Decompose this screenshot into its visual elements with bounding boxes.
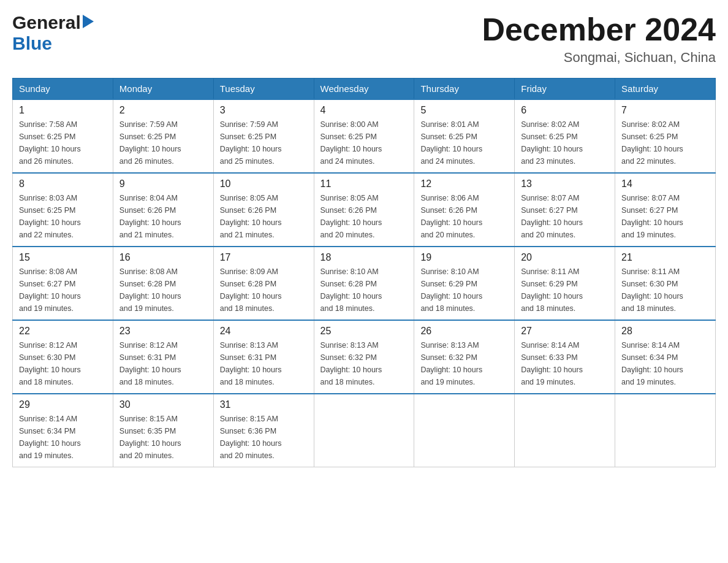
day-info: Sunrise: 8:02 AM Sunset: 6:25 PM Dayligh…	[621, 118, 709, 167]
day-info: Sunrise: 8:04 AM Sunset: 6:26 PM Dayligh…	[119, 192, 207, 241]
day-number: 28	[621, 326, 709, 337]
calendar-cell: 17 Sunrise: 8:09 AM Sunset: 6:28 PM Dayl…	[213, 247, 314, 320]
day-info: Sunrise: 8:03 AM Sunset: 6:25 PM Dayligh…	[19, 192, 107, 241]
calendar-cell: 10 Sunrise: 8:05 AM Sunset: 6:26 PM Dayl…	[213, 173, 314, 247]
calendar-cell: 30 Sunrise: 8:15 AM Sunset: 6:35 PM Dayl…	[113, 394, 213, 467]
calendar-cell: 9 Sunrise: 8:04 AM Sunset: 6:26 PM Dayli…	[113, 173, 213, 247]
day-number: 19	[420, 252, 508, 263]
day-number: 13	[521, 178, 609, 190]
day-number: 24	[220, 326, 308, 337]
calendar-cell: 26 Sunrise: 8:13 AM Sunset: 6:32 PM Dayl…	[414, 320, 515, 394]
day-number: 11	[320, 178, 408, 190]
day-number: 9	[119, 178, 207, 190]
header-day-saturday: Saturday	[615, 79, 716, 100]
calendar-cell: 13 Sunrise: 8:07 AM Sunset: 6:27 PM Dayl…	[515, 173, 615, 247]
header-day-monday: Monday	[113, 79, 213, 100]
day-number: 18	[320, 252, 408, 263]
day-info: Sunrise: 8:08 AM Sunset: 6:28 PM Dayligh…	[119, 266, 207, 315]
day-number: 12	[420, 178, 508, 190]
day-info: Sunrise: 8:13 AM Sunset: 6:32 PM Dayligh…	[420, 339, 508, 388]
header-day-tuesday: Tuesday	[213, 79, 314, 100]
week-row-5: 29 Sunrise: 8:14 AM Sunset: 6:34 PM Dayl…	[13, 394, 716, 467]
day-info: Sunrise: 8:05 AM Sunset: 6:26 PM Dayligh…	[320, 192, 408, 241]
day-info: Sunrise: 8:13 AM Sunset: 6:31 PM Dayligh…	[220, 339, 308, 388]
day-info: Sunrise: 8:15 AM Sunset: 6:36 PM Dayligh…	[220, 413, 308, 462]
day-number: 8	[19, 178, 107, 190]
day-info: Sunrise: 8:14 AM Sunset: 6:34 PM Dayligh…	[621, 339, 709, 388]
day-info: Sunrise: 8:09 AM Sunset: 6:28 PM Dayligh…	[220, 266, 308, 315]
calendar-cell: 15 Sunrise: 8:08 AM Sunset: 6:27 PM Dayl…	[13, 247, 113, 320]
calendar-cell: 25 Sunrise: 8:13 AM Sunset: 6:32 PM Dayl…	[314, 320, 414, 394]
day-number: 29	[19, 399, 107, 410]
day-number: 5	[420, 105, 508, 116]
day-number: 22	[19, 326, 107, 337]
svg-marker-0	[83, 15, 94, 28]
day-number: 10	[220, 178, 308, 190]
day-info: Sunrise: 8:13 AM Sunset: 6:32 PM Dayligh…	[320, 339, 408, 388]
week-row-2: 8 Sunrise: 8:03 AM Sunset: 6:25 PM Dayli…	[13, 173, 716, 247]
calendar-cell: 23 Sunrise: 8:12 AM Sunset: 6:31 PM Dayl…	[113, 320, 213, 394]
calendar-cell: 5 Sunrise: 8:01 AM Sunset: 6:25 PM Dayli…	[414, 99, 515, 173]
calendar-cell: 18 Sunrise: 8:10 AM Sunset: 6:28 PM Dayl…	[314, 247, 414, 320]
day-info: Sunrise: 7:58 AM Sunset: 6:25 PM Dayligh…	[19, 118, 107, 167]
calendar-cell: 4 Sunrise: 8:00 AM Sunset: 6:25 PM Dayli…	[314, 99, 414, 173]
day-number: 20	[521, 252, 609, 263]
day-number: 4	[320, 105, 408, 116]
day-info: Sunrise: 8:02 AM Sunset: 6:25 PM Dayligh…	[521, 118, 609, 167]
day-number: 25	[320, 326, 408, 337]
calendar-cell: 7 Sunrise: 8:02 AM Sunset: 6:25 PM Dayli…	[615, 99, 716, 173]
day-info: Sunrise: 8:10 AM Sunset: 6:29 PM Dayligh…	[420, 266, 508, 315]
day-number: 1	[19, 105, 107, 116]
calendar-body: 1 Sunrise: 7:58 AM Sunset: 6:25 PM Dayli…	[13, 99, 716, 467]
logo: General Blue	[12, 12, 94, 54]
day-info: Sunrise: 8:05 AM Sunset: 6:26 PM Dayligh…	[220, 192, 308, 241]
day-info: Sunrise: 8:08 AM Sunset: 6:27 PM Dayligh…	[19, 266, 107, 315]
calendar-cell: 22 Sunrise: 8:12 AM Sunset: 6:30 PM Dayl…	[13, 320, 113, 394]
header-day-sunday: Sunday	[13, 79, 113, 100]
title-section: December 2024 Songmai, Sichuan, China	[482, 12, 716, 66]
calendar-cell	[615, 394, 716, 467]
day-info: Sunrise: 8:01 AM Sunset: 6:25 PM Dayligh…	[420, 118, 508, 167]
logo-general: General	[12, 12, 81, 33]
day-info: Sunrise: 8:07 AM Sunset: 6:27 PM Dayligh…	[521, 192, 609, 241]
day-number: 15	[19, 252, 107, 263]
day-info: Sunrise: 8:11 AM Sunset: 6:30 PM Dayligh…	[621, 266, 709, 315]
month-title: December 2024	[482, 12, 716, 47]
calendar-cell: 11 Sunrise: 8:05 AM Sunset: 6:26 PM Dayl…	[314, 173, 414, 247]
day-number: 3	[220, 105, 308, 116]
calendar-cell: 6 Sunrise: 8:02 AM Sunset: 6:25 PM Dayli…	[515, 99, 615, 173]
day-info: Sunrise: 8:14 AM Sunset: 6:34 PM Dayligh…	[19, 413, 107, 462]
header-day-wednesday: Wednesday	[314, 79, 414, 100]
day-number: 26	[420, 326, 508, 337]
day-info: Sunrise: 8:12 AM Sunset: 6:31 PM Dayligh…	[119, 339, 207, 388]
calendar-cell: 24 Sunrise: 8:13 AM Sunset: 6:31 PM Dayl…	[213, 320, 314, 394]
day-number: 14	[621, 178, 709, 190]
day-info: Sunrise: 8:07 AM Sunset: 6:27 PM Dayligh…	[621, 192, 709, 241]
day-number: 27	[521, 326, 609, 337]
logo-blue: Blue	[12, 33, 52, 53]
header-day-thursday: Thursday	[414, 79, 515, 100]
calendar-cell: 20 Sunrise: 8:11 AM Sunset: 6:29 PM Dayl…	[515, 247, 615, 320]
calendar-cell	[414, 394, 515, 467]
header-day-friday: Friday	[515, 79, 615, 100]
day-info: Sunrise: 8:14 AM Sunset: 6:33 PM Dayligh…	[521, 339, 609, 388]
day-number: 30	[119, 399, 207, 410]
day-info: Sunrise: 8:10 AM Sunset: 6:28 PM Dayligh…	[320, 266, 408, 315]
logo-triangle-icon	[83, 15, 94, 28]
calendar-cell: 19 Sunrise: 8:10 AM Sunset: 6:29 PM Dayl…	[414, 247, 515, 320]
week-row-1: 1 Sunrise: 7:58 AM Sunset: 6:25 PM Dayli…	[13, 99, 716, 173]
week-row-4: 22 Sunrise: 8:12 AM Sunset: 6:30 PM Dayl…	[13, 320, 716, 394]
calendar-cell: 28 Sunrise: 8:14 AM Sunset: 6:34 PM Dayl…	[615, 320, 716, 394]
day-info: Sunrise: 8:15 AM Sunset: 6:35 PM Dayligh…	[119, 413, 207, 462]
day-info: Sunrise: 8:12 AM Sunset: 6:30 PM Dayligh…	[19, 339, 107, 388]
location: Songmai, Sichuan, China	[482, 50, 716, 66]
calendar-cell: 16 Sunrise: 8:08 AM Sunset: 6:28 PM Dayl…	[113, 247, 213, 320]
header-row: SundayMondayTuesdayWednesdayThursdayFrid…	[13, 79, 716, 100]
calendar-cell	[515, 394, 615, 467]
week-row-3: 15 Sunrise: 8:08 AM Sunset: 6:27 PM Dayl…	[13, 247, 716, 320]
day-number: 31	[220, 399, 308, 410]
day-number: 17	[220, 252, 308, 263]
calendar-cell: 31 Sunrise: 8:15 AM Sunset: 6:36 PM Dayl…	[213, 394, 314, 467]
page-header: General Blue December 2024 Songmai, Sich…	[12, 12, 716, 66]
calendar-cell: 14 Sunrise: 8:07 AM Sunset: 6:27 PM Dayl…	[615, 173, 716, 247]
